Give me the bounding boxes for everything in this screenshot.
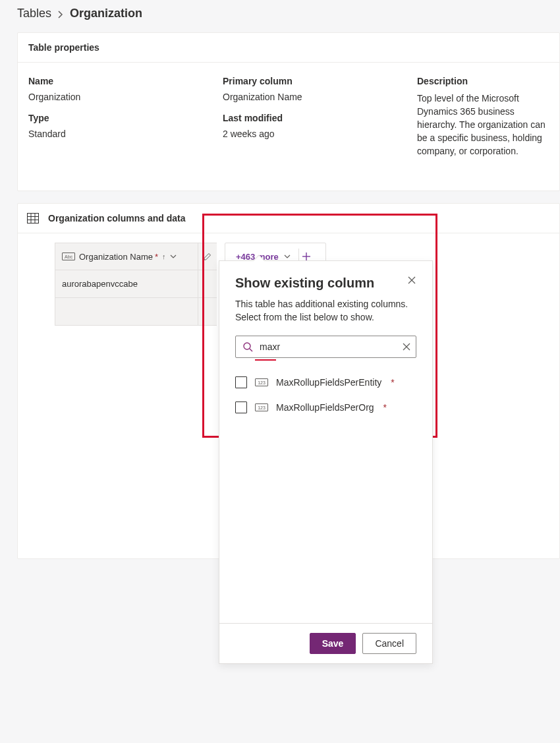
table-cell-edge: [198, 298, 217, 326]
breadcrumb: Tables Organization: [17, 7, 560, 20]
clear-search-button[interactable]: [403, 343, 410, 351]
breadcrumb-current: Organization: [70, 7, 142, 20]
flyout-subtitle: This table has additional existing colum…: [235, 297, 416, 324]
svg-point-9: [244, 343, 250, 349]
table-cell-empty[interactable]: [55, 298, 198, 326]
column-option[interactable]: 123 MaxRollupFieldsPerEntity *: [235, 370, 416, 395]
last-modified-label: Last modified: [223, 113, 391, 123]
description-value: Top level of the Microsoft Dynamics 365 …: [417, 92, 549, 158]
column-header-label: Organization Name: [79, 252, 153, 262]
number-type-icon: 123: [255, 378, 268, 386]
table-cell-edge: [198, 270, 217, 298]
number-type-icon: 123: [255, 403, 268, 411]
required-indicator: *: [391, 377, 394, 388]
text-type-icon: Abc: [62, 253, 75, 260]
flyout-title: Show existing column: [235, 276, 374, 291]
chevron-right-icon: [58, 11, 63, 18]
chevron-down-icon: [284, 254, 291, 258]
svg-rect-0: [28, 214, 39, 223]
sort-ascending-icon: ↑: [162, 253, 166, 260]
required-indicator: *: [155, 252, 158, 262]
type-value: Standard: [28, 129, 196, 139]
primary-column-value: Organization Name: [223, 92, 391, 102]
last-modified-value: 2 weeks ago: [223, 129, 391, 139]
column-option-label: MaxRollupFieldsPerEntity: [276, 377, 381, 388]
table-icon: [27, 213, 39, 223]
search-icon: [242, 342, 253, 352]
spellcheck-underline: [255, 359, 276, 361]
column-option-label: MaxRollupFieldsPerOrg: [276, 402, 374, 413]
column-header-organization-name[interactable]: Abc Organization Name * ↑: [55, 243, 198, 270]
table-cell[interactable]: aurorabapenvccabe: [55, 270, 198, 298]
name-label: Name: [28, 76, 196, 86]
breadcrumb-root[interactable]: Tables: [17, 7, 51, 20]
columns-card-header: Organization columns and data: [18, 204, 559, 233]
table-properties-card: Table properties Name Organization Type …: [17, 32, 560, 191]
add-column-button[interactable]: [302, 252, 325, 261]
column-option[interactable]: 123 MaxRollupFieldsPerOrg *: [235, 395, 416, 420]
primary-column-label: Primary column: [223, 76, 391, 86]
show-existing-column-flyout: Show existing column This table has addi…: [219, 260, 433, 664]
name-value: Organization: [28, 92, 196, 102]
checkbox[interactable]: [235, 401, 247, 413]
required-indicator: *: [383, 402, 387, 413]
edit-column-button[interactable]: [198, 243, 217, 270]
description-label: Description: [417, 76, 549, 86]
type-label: Type: [28, 113, 196, 123]
columns-card-title: Organization columns and data: [48, 213, 185, 223]
save-button[interactable]: Save: [310, 633, 356, 654]
search-input[interactable]: [258, 341, 397, 353]
search-box[interactable]: [235, 336, 416, 358]
svg-line-10: [250, 349, 252, 351]
table-properties-header: Table properties: [18, 33, 559, 63]
cancel-button[interactable]: Cancel: [362, 633, 416, 654]
close-button[interactable]: [407, 276, 416, 285]
chevron-down-icon[interactable]: [170, 254, 177, 258]
checkbox[interactable]: [235, 376, 247, 388]
